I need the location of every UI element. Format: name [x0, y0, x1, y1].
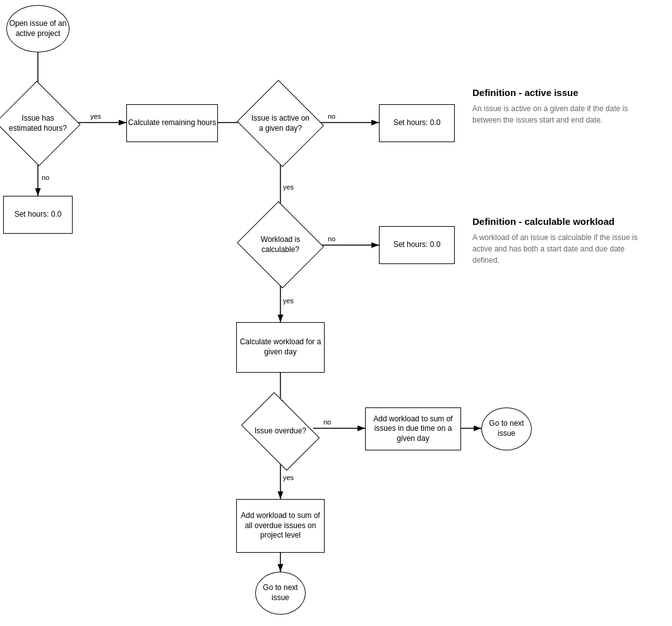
svg-text:no: no: [323, 418, 331, 426]
end1-node: Go to next issue: [481, 407, 532, 450]
definition-active-issue: Definition - active issue An issue is ac…: [472, 87, 649, 126]
svg-text:no: no: [328, 235, 335, 243]
add-workload-overdue-node: Add workload to sum of all overdue issue…: [236, 499, 325, 553]
add-workload-due-time-node: Add workload to sum of issues in due tim…: [365, 407, 461, 450]
svg-text:yes: yes: [283, 183, 294, 191]
diamond3-node: Workload is calculable?: [248, 215, 313, 275]
start-node: Open issue of an active project: [6, 5, 69, 52]
svg-text:yes: yes: [283, 297, 294, 304]
svg-text:yes: yes: [90, 112, 102, 120]
calc-remaining-hours-node: Calculate remaining hours: [126, 104, 218, 142]
diamond4-node: Issue overdue?: [248, 407, 313, 455]
set-hours-1-node: Set hours: 0.0: [379, 104, 455, 142]
svg-text:yes: yes: [283, 474, 294, 481]
diamond2-node: Issue is active on a given day?: [248, 93, 313, 153]
calc-workload-node: Calculate workload for a given day: [236, 322, 325, 373]
set-hours-bottom-left-node: Set hours: 0.0: [3, 196, 73, 234]
diamond1-node: Issue has estimated hours?: [6, 93, 69, 153]
diagram-container: yes no no yes no yes no yes Open: [0, 0, 672, 626]
svg-text:no: no: [328, 112, 335, 120]
end2-node: Go to next issue: [255, 572, 306, 615]
svg-text:no: no: [42, 174, 49, 181]
definition-calculable-workload: Definition - calculable workload A workl…: [472, 216, 649, 266]
set-hours-2-node: Set hours: 0.0: [379, 226, 455, 264]
